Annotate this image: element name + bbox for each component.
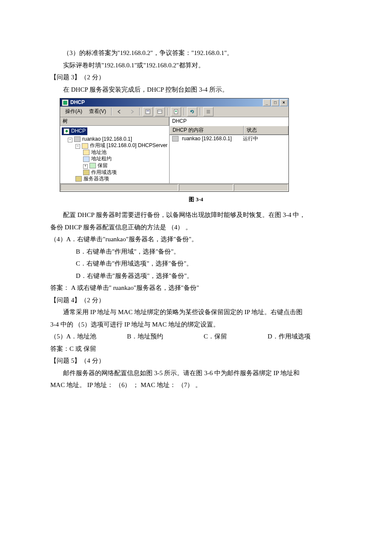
folder-icon <box>82 143 88 149</box>
back-button[interactable] <box>115 107 125 116</box>
refresh-icon[interactable] <box>187 107 197 116</box>
tree-pool[interactable]: 地址池 <box>60 149 169 156</box>
export-icon[interactable] <box>171 107 181 116</box>
option-5-row: （5）A．地址池 B．地址预约 C．保留 D．作用域选项 <box>50 330 342 343</box>
question-4-text: 通常采用 IP 地址与 MAC 地址绑定的策略为某些设备保留固定的 IP 地址。… <box>50 306 342 318</box>
option-5b: B．地址预约 <box>127 330 204 343</box>
separator <box>184 108 184 116</box>
minimize-button[interactable]: _ <box>263 99 271 106</box>
separator <box>200 108 201 116</box>
col-content[interactable]: DHCP 的内容 <box>170 126 244 135</box>
figure-caption: 图 3-4 <box>50 194 342 205</box>
tree-root[interactable]: ◆DHCP <box>62 127 87 135</box>
question-5-text: MAC 地址。 IP 地址： （6） ； MAC 地址： （7） 。 <box>50 379 342 391</box>
forward-button[interactable] <box>127 107 137 116</box>
svg-rect-0 <box>63 101 67 104</box>
titlebar: DHCP _ □ × <box>60 98 288 107</box>
svg-rect-1 <box>146 110 150 114</box>
question-4-text: 3-4 中的 （5）选项可进行 IP 地址与 MAC 地址的绑定设置。 <box>50 318 342 331</box>
toolbar-icon[interactable] <box>143 107 153 116</box>
paragraph: 配置 DHCP 服务器时需要进行备份，以备网络出现故障时能够及时恢复。在图 3-… <box>50 209 342 221</box>
answer-4: 答案： A 或右键单击" ruankao"服务器名，选择"备份" <box>50 282 342 294</box>
list-row[interactable]: ruankao [192.168.0.1] 运行中 <box>170 135 288 143</box>
gear-icon <box>83 170 89 175</box>
tree-lease[interactable]: 地址租约 <box>60 156 169 162</box>
list-title: DHCP <box>170 117 288 126</box>
option-4c: C．右键单击"作用域选项"，选择"备份"。 <box>50 257 342 270</box>
option-5d: D．作用域选项 <box>268 330 311 343</box>
question-3-label: 【问题 3】（2 分） <box>50 71 342 84</box>
folder-icon <box>83 150 89 155</box>
list-pane[interactable]: DHCP DHCP 的内容 状态 ruankao [192.168.0.1] 运… <box>170 117 288 183</box>
tree-reserve[interactable]: +保留 <box>60 162 169 169</box>
paragraph: 备份 DHCP 服务器配置信息正确的方法是 （4） 。 <box>50 221 342 234</box>
option-5c: C．保留 <box>204 330 268 343</box>
server-icon <box>172 136 179 142</box>
answer-5: 答案：C 或 保留 <box>50 343 342 355</box>
dhcp-console-window: DHCP _ □ × 操作(A) 查看(V) <box>60 98 289 192</box>
separator <box>139 108 140 116</box>
question-4-label: 【问题 4】（2 分） <box>50 294 342 306</box>
statusbar <box>60 183 288 191</box>
window-title: DHCP <box>70 99 85 106</box>
collapse-icon[interactable]: − <box>68 138 72 142</box>
question-5-label: 【问题 5】（4 分） <box>50 355 342 367</box>
col-status[interactable]: 状态 <box>244 126 288 135</box>
paragraph: （3）的标准答案为"192.168.0.2"，争议答案："192.168.0.1… <box>50 47 342 59</box>
tree-pane[interactable]: 树 ◆DHCP −ruankao [192.168.0.1] −作用域 [192… <box>60 117 170 183</box>
menu-view[interactable]: 查看(V) <box>86 107 109 116</box>
option-5a: （5）A．地址池 <box>50 330 127 343</box>
maximize-button[interactable]: □ <box>271 99 279 106</box>
app-icon <box>62 99 69 106</box>
menubar: 操作(A) 查看(V) <box>60 107 288 117</box>
server-icon <box>74 136 81 142</box>
option-4b: B．右键单击"作用域"，选择"备份"。 <box>50 246 342 258</box>
separator <box>167 108 168 116</box>
tree-server[interactable]: −ruankao [192.168.0.1] <box>60 136 169 143</box>
gear-icon <box>75 176 82 182</box>
tree-server-options[interactable]: 服务器选项 <box>60 176 169 182</box>
tree-header: 树 <box>60 117 169 126</box>
option-4a: （4）A．右键单击"ruankao"服务器名，选择"备份"。 <box>50 233 342 246</box>
toolbar-icon[interactable] <box>155 107 165 116</box>
svg-rect-2 <box>147 110 149 111</box>
list-icon[interactable] <box>203 107 213 116</box>
expand-icon[interactable]: + <box>83 164 88 169</box>
paragraph: 实际评卷时填"192.168.0.1"或"192.168.0.2"都算对。 <box>50 59 342 72</box>
tree-scope[interactable]: −作用域 [192.168.0.0] DHCPServer <box>60 142 169 149</box>
console-body: 树 ◆DHCP −ruankao [192.168.0.1] −作用域 [192… <box>60 117 288 183</box>
collapse-icon[interactable]: − <box>75 144 80 149</box>
lease-icon <box>83 156 89 162</box>
tree-scope-options[interactable]: 作用域选项 <box>60 169 169 176</box>
list-header: DHCP 的内容 状态 <box>170 126 288 136</box>
question-5-text: 邮件服务器的网络配置信息如图 3-5 所示。请在图 3-6 中为邮件服务器绑定 … <box>50 367 342 379</box>
separator <box>111 108 112 116</box>
menu-action[interactable]: 操作(A) <box>63 107 85 116</box>
question-3-text: 在 DHCP 服务器安装完成后，DHCP 控制台如图 3-4 所示。 <box>50 84 342 96</box>
dhcp-icon: ◆ <box>63 128 69 134</box>
close-button[interactable]: × <box>280 99 288 106</box>
reserve-icon <box>89 163 96 168</box>
option-4d: D．右键单击"服务器选项"，选择"备份"。 <box>50 270 342 282</box>
svg-rect-3 <box>158 110 162 113</box>
